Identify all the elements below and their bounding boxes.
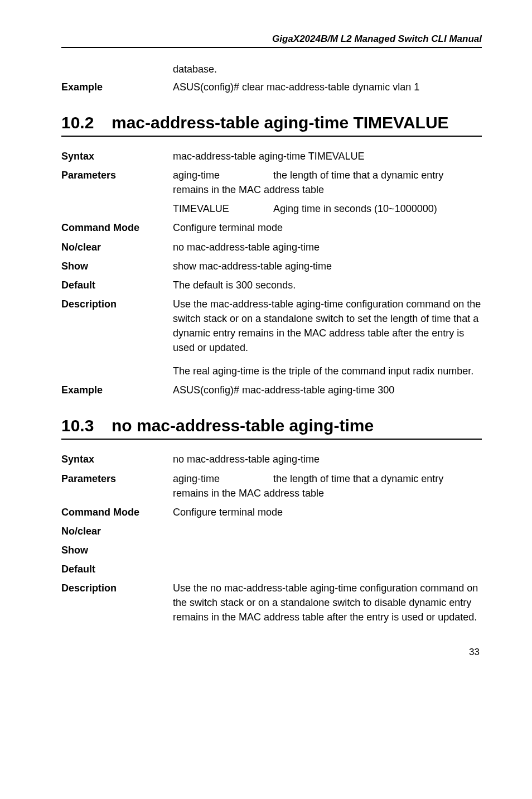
default-row: Default The default is 300 seconds. [61,278,482,292]
syntax-row: Syntax mac-address-table aging-time TIME… [61,149,482,163]
section-heading-103: 10.3 no mac-address-table aging-time [61,416,482,440]
section-title: no mac-address-table aging-time [112,416,482,435]
description-row: Description Use the no mac-address-table… [61,581,482,624]
default-value: The default is 300 seconds. [173,278,482,292]
example-value: ASUS(config)# clear mac-address-table dy… [173,80,482,94]
syntax-row: Syntax no mac-address-table aging-time [61,452,482,466]
noclear-label: No/clear [61,524,173,538]
example-value: ASUS(config)# mac-address-table aging-ti… [173,383,482,397]
parameters-row-2: TIMEVALUE Aging time in seconds (10~1000… [61,201,482,216]
parameters-value: aging-time the length of time that a dyn… [173,471,482,500]
header-title: GigaX2024B/M L2 Managed Switch CLI Manua… [61,33,482,45]
noclear-row: No/clear [61,524,482,538]
param-name: aging-time [173,168,273,182]
noclear-row: No/clear no mac-address-table aging-time [61,240,482,254]
page-container: GigaX2024B/M L2 Managed Switch CLI Manua… [0,0,532,680]
show-row: Show [61,543,482,557]
show-value [173,543,482,557]
example-row: Example ASUS(config)# clear mac-address-… [61,80,482,94]
default-value [173,562,482,576]
syntax-label: Syntax [61,149,173,163]
example-label: Example [61,383,173,397]
command-mode-row: Command Mode Configure terminal mode [61,220,482,235]
page-number: 33 [61,647,482,658]
command-mode-row: Command Mode Configure terminal mode [61,505,482,519]
section-title: mac-address-table aging-time TIMEVALUE [112,113,482,132]
section-number: 10.2 [61,113,112,132]
noclear-label: No/clear [61,240,173,254]
description-label: Description [61,297,173,378]
example-label: Example [61,80,173,94]
syntax-value: no mac-address-table aging-time [173,452,482,466]
description-value: Use the no mac-address-table aging-time … [173,581,482,624]
command-mode-value: Configure terminal mode [173,505,482,519]
default-label: Default [61,562,173,576]
description-value: Use the mac-address-table aging-time con… [173,297,482,378]
param-name: aging-time [173,471,273,486]
default-label: Default [61,278,173,292]
empty-label [61,201,173,216]
command-mode-value: Configure terminal mode [173,220,482,235]
description-row: Description Use the mac-address-table ag… [61,297,482,378]
syntax-label: Syntax [61,452,173,466]
noclear-value [173,524,482,538]
show-label: Show [61,543,173,557]
show-row: Show show mac-address-table aging-time [61,259,482,273]
parameters-label: Parameters [61,168,173,197]
param-desc: Aging time in seconds (10~1000000) [273,201,482,216]
section-heading-102: 10.2 mac-address-table aging-time TIMEVA… [61,113,482,137]
example-row: Example ASUS(config)# mac-address-table … [61,383,482,397]
param-desc: the length of time that a dynamic entry [273,168,482,182]
section-number: 10.3 [61,416,112,435]
param-desc: the length of time that a dynamic entry [273,471,482,486]
description-para-2: The real aging-time is the triple of the… [173,364,482,378]
noclear-value: no mac-address-table aging-time [173,240,482,254]
param-desc-cont: remains in the MAC address table [173,182,482,197]
parameters-row: Parameters aging-time the length of time… [61,168,482,197]
continuation-text: database. [173,64,482,75]
description-label: Description [61,581,173,624]
command-mode-label: Command Mode [61,220,173,235]
parameters-row: Parameters aging-time the length of time… [61,471,482,500]
show-value: show mac-address-table aging-time [173,259,482,273]
syntax-value: mac-address-table aging-time TIMEVALUE [173,149,482,163]
show-label: Show [61,259,173,273]
default-row: Default [61,562,482,576]
command-mode-label: Command Mode [61,505,173,519]
parameters-label: Parameters [61,471,173,500]
description-para-1: Use the mac-address-table aging-time con… [173,297,482,355]
header-rule: GigaX2024B/M L2 Managed Switch CLI Manua… [61,33,482,48]
parameters-value: aging-time the length of time that a dyn… [173,168,482,197]
param-desc-cont: remains in the MAC address table [173,486,482,500]
param-name: TIMEVALUE [173,201,273,216]
